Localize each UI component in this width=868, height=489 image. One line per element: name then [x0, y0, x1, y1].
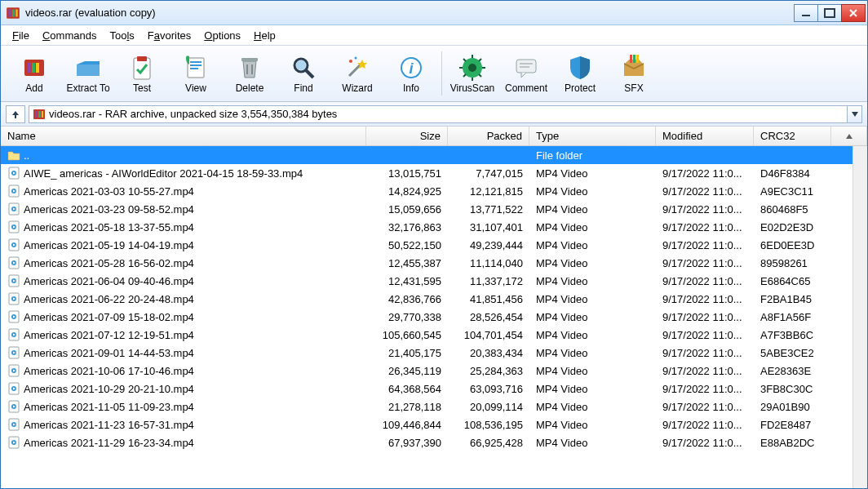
svg-rect-35 — [42, 111, 43, 118]
menu-file[interactable]: File — [6, 28, 36, 43]
svg-rect-15 — [246, 64, 248, 74]
view-button[interactable]: View — [169, 48, 223, 99]
file-row[interactable]: Americas 2021-03-03 10-55-27.mp414,824,9… — [1, 182, 867, 200]
file-size: 13,015,751 — [366, 167, 448, 180]
svg-rect-9 — [137, 56, 147, 61]
file-row[interactable]: AIWE_ americas - AIWorldEditor 2021-04-1… — [1, 164, 867, 182]
file-row[interactable]: Americas 2021-10-06 17-10-46.mp426,345,1… — [1, 362, 867, 380]
vertical-scrollbar[interactable] — [852, 146, 867, 488]
menu-help[interactable]: Help — [247, 28, 282, 43]
file-row[interactable]: Americas 2021-03-23 09-58-52.mp415,059,6… — [1, 200, 867, 218]
file-modified: 9/17/2022 11:0... — [656, 329, 754, 341]
header-packed[interactable]: Packed — [448, 127, 529, 145]
toolbar-separator — [441, 51, 442, 96]
file-row[interactable]: Americas 2021-05-28 16-56-02.mp412,455,3… — [1, 254, 867, 272]
maximize-button[interactable] — [817, 4, 842, 22]
file-row[interactable]: Americas 2021-06-04 09-40-46.mp412,431,5… — [1, 272, 867, 290]
file-row[interactable]: Americas 2021-11-29 16-23-34.mp467,937,3… — [1, 433, 867, 451]
menu-favorites[interactable]: Favorites — [141, 28, 197, 43]
sfx-button[interactable]: SFX — [607, 48, 661, 99]
file-modified: 9/17/2022 11:0... — [656, 437, 754, 449]
up-button[interactable] — [6, 105, 25, 123]
file-modified: 9/17/2022 11:0... — [656, 221, 754, 233]
add-button[interactable]: Add — [7, 48, 61, 99]
minimize-button[interactable] — [794, 4, 818, 22]
file-size: 109,446,844 — [366, 419, 448, 431]
video-file-icon — [7, 238, 20, 251]
virusscan-button[interactable]: VirusScan — [445, 48, 499, 99]
file-crc: 860468F5 — [754, 203, 831, 216]
video-file-icon — [7, 400, 20, 413]
file-row[interactable]: Americas 2021-07-09 15-18-02.mp429,770,3… — [1, 308, 867, 326]
header-type[interactable]: Type — [529, 127, 656, 145]
window-controls — [795, 4, 866, 22]
header-modified[interactable]: Modified — [656, 127, 754, 145]
app-icon — [6, 6, 20, 20]
svg-rect-34 — [38, 111, 41, 118]
menu-options[interactable]: Options — [197, 28, 247, 43]
file-type: MP4 Video — [529, 275, 656, 287]
extract-button[interactable]: Extract To — [61, 48, 115, 99]
file-row[interactable]: Americas 2021-11-23 16-57-31.mp4109,446,… — [1, 416, 867, 433]
file-type: MP4 Video — [529, 239, 656, 251]
file-name: Americas 2021-09-01 14-44-53.mp4 — [24, 347, 194, 359]
header-size[interactable]: Size — [366, 127, 448, 145]
file-row[interactable]: Americas 2021-09-01 14-44-53.mp421,405,1… — [1, 344, 867, 362]
file-size: 32,176,863 — [366, 221, 448, 233]
header-scroll-up[interactable] — [831, 127, 867, 145]
file-name: Americas 2021-10-29 20-21-10.mp4 — [24, 383, 194, 395]
file-modified: 9/17/2022 11:0... — [656, 401, 754, 413]
menu-commands[interactable]: Commands — [36, 28, 103, 43]
svg-rect-1 — [8, 9, 11, 16]
file-modified: 9/17/2022 11:0... — [656, 185, 754, 198]
svg-rect-16 — [251, 64, 253, 74]
info-button[interactable]: iInfo — [384, 48, 438, 99]
file-name: Americas 2021-06-04 09-40-46.mp4 — [24, 275, 194, 287]
header-crc[interactable]: CRC32 — [754, 127, 831, 145]
file-packed: 20,099,114 — [448, 401, 529, 413]
wizard-button[interactable]: Wizard — [330, 48, 384, 99]
file-type: MP4 Video — [529, 383, 656, 395]
file-modified: 9/17/2022 11:0... — [656, 239, 754, 251]
video-file-icon — [7, 346, 20, 359]
file-row[interactable]: Americas 2021-07-12 12-19-51.mp4105,660,… — [1, 326, 867, 344]
svg-rect-7 — [36, 63, 39, 73]
protect-button[interactable]: Protect — [553, 48, 607, 99]
svg-point-25 — [468, 64, 476, 72]
file-size: 12,431,595 — [366, 275, 448, 287]
file-row[interactable]: Americas 2021-06-22 20-24-48.mp442,836,7… — [1, 290, 867, 308]
svg-rect-28 — [520, 66, 529, 68]
menu-tools[interactable]: Tools — [103, 28, 140, 43]
file-crc: 6ED0EE3D — [754, 239, 831, 251]
address-path[interactable]: videos.rar - RAR archive, unpacked size … — [29, 105, 848, 123]
file-packed: 20,383,434 — [448, 347, 529, 359]
close-button[interactable] — [841, 4, 866, 22]
svg-rect-30 — [633, 55, 636, 63]
titlebar[interactable]: videos.rar (evaluation copy) — [1, 1, 867, 25]
file-packed: 104,701,454 — [448, 329, 529, 341]
svg-rect-12 — [190, 64, 202, 66]
delete-button[interactable]: Delete — [223, 48, 277, 99]
file-name: Americas 2021-05-28 16-56-02.mp4 — [24, 257, 194, 269]
file-size: 50,522,150 — [366, 239, 448, 251]
file-size: 15,059,656 — [366, 203, 448, 216]
file-type: MP4 Video — [529, 167, 656, 180]
file-row[interactable]: Americas 2021-10-29 20-21-10.mp464,368,5… — [1, 380, 867, 398]
file-row[interactable]: Americas 2021-05-18 13-37-55.mp432,176,8… — [1, 218, 867, 236]
address-dropdown[interactable] — [848, 105, 862, 123]
list-header: Name Size Packed Type Modified CRC32 — [1, 127, 867, 146]
file-row[interactable]: Americas 2021-05-19 14-04-19.mp450,522,1… — [1, 236, 867, 254]
find-button[interactable]: Find — [277, 48, 330, 99]
file-crc: 5ABE3CE2 — [754, 347, 831, 359]
parent-folder-row[interactable]: .. File folder — [1, 146, 867, 164]
file-type: MP4 Video — [529, 401, 656, 413]
header-name[interactable]: Name — [1, 127, 366, 145]
file-row[interactable]: Americas 2021-11-05 11-09-23.mp421,278,1… — [1, 398, 867, 416]
file-packed: 12,121,815 — [448, 185, 529, 198]
svg-rect-13 — [190, 68, 198, 69]
comment-button[interactable]: Comment — [499, 48, 553, 99]
test-button[interactable]: Test — [115, 48, 169, 99]
file-list[interactable]: .. File folder AIWE_ americas - AIWorldE… — [1, 146, 867, 488]
file-size: 14,824,925 — [366, 185, 448, 198]
file-packed: 41,851,456 — [448, 293, 529, 305]
